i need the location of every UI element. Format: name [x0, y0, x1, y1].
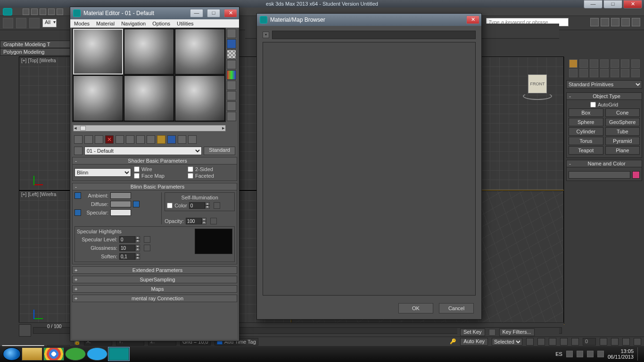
show-map-icon[interactable] [157, 135, 165, 144]
spinner-down-icon[interactable]: ▼ [135, 248, 140, 251]
current-frame-field[interactable]: 0 [583, 338, 596, 346]
tube-button[interactable]: Tube [605, 127, 640, 136]
mmb-cancel-button[interactable]: Cancel [439, 303, 474, 313]
time-config-icon[interactable] [600, 338, 607, 346]
make-copy-icon[interactable] [116, 135, 124, 144]
ambient-lock-icon[interactable] [74, 192, 81, 199]
viewport-layout-icon[interactable] [19, 324, 31, 337]
toolbar-selection-filter-dropdown[interactable]: All [42, 19, 57, 27]
sample-uv-icon[interactable] [227, 60, 236, 69]
spinner-down-icon[interactable]: ▼ [135, 239, 140, 243]
setkey-button[interactable]: Set Key [460, 329, 485, 336]
reset-material-icon[interactable] [105, 135, 114, 144]
next-frame-icon[interactable] [560, 338, 568, 346]
tray-volume-icon[interactable] [597, 351, 604, 357]
task-chrome-icon[interactable] [43, 347, 64, 361]
autogrid-checkbox[interactable] [590, 102, 596, 107]
task-skype-icon[interactable] [87, 347, 107, 361]
get-material-icon[interactable] [74, 135, 83, 144]
nav-tool-icon[interactable] [611, 338, 619, 346]
rollout-toggle-icon[interactable]: - [73, 158, 79, 164]
subscription-icon[interactable] [601, 18, 609, 26]
diffuse-lock-icon[interactable] [133, 201, 140, 207]
plane-button[interactable]: Plane [605, 146, 640, 155]
self-illum-color-checkbox[interactable] [167, 203, 173, 208]
ambient-swatch[interactable] [110, 192, 131, 199]
tray-network-icon[interactable] [587, 351, 594, 357]
me-close-button[interactable]: ✕ [224, 9, 237, 17]
os-maximize-button[interactable]: □ [603, 0, 622, 8]
spec-level-map-button[interactable] [144, 236, 150, 243]
backlight-icon[interactable] [227, 39, 236, 49]
show-desktop-button[interactable] [637, 347, 641, 361]
key-filters-button[interactable]: Key Filters... [499, 329, 535, 336]
material-type-button[interactable]: Standard [204, 147, 235, 155]
lights-icon[interactable] [590, 69, 598, 77]
tray-battery-icon[interactable] [577, 351, 583, 357]
spinner-down-icon[interactable]: ▼ [135, 256, 140, 260]
geosphere-button[interactable]: GeoSphere [605, 118, 640, 126]
task-utorrent-icon[interactable] [65, 347, 86, 361]
create-tab-icon[interactable] [569, 59, 578, 68]
material-slot-3[interactable] [175, 29, 225, 74]
category-dropdown[interactable]: Standard Primitives [566, 80, 642, 89]
diffuse-swatch[interactable] [110, 201, 131, 207]
maps-rollout[interactable]: +Maps [72, 285, 237, 293]
cylinder-button[interactable]: Cylinder [569, 127, 603, 136]
viewcube[interactable]: FRONT [519, 70, 556, 107]
os-minimize-button[interactable]: — [584, 0, 603, 8]
favorites-icon[interactable] [621, 18, 630, 26]
object-name-input[interactable] [569, 171, 630, 179]
shapes-icon[interactable] [579, 69, 588, 77]
opacity-spinner[interactable] [186, 218, 202, 224]
mmb-results-list[interactable] [263, 42, 476, 296]
toolbar-link-icon[interactable] [3, 18, 13, 28]
goto-end-icon[interactable] [571, 338, 579, 346]
assign-to-selection-icon[interactable] [95, 135, 103, 144]
options-icon[interactable] [227, 91, 236, 100]
me-menu-navigation[interactable]: Navigation [121, 21, 146, 26]
shader-dropdown[interactable]: Blinn [74, 168, 131, 177]
qat-open-icon[interactable] [31, 8, 38, 15]
specular-lock-icon[interactable] [74, 209, 81, 216]
video-color-icon[interactable] [227, 70, 236, 80]
material-slot-5[interactable] [124, 75, 174, 121]
sphere-button[interactable]: Sphere [569, 118, 603, 126]
mmb-close-button[interactable]: ✕ [466, 16, 479, 24]
mmb-titlebar[interactable]: Material/Map Browser ✕ [257, 14, 481, 26]
spec-level-spinner[interactable] [119, 236, 135, 243]
me-menu-modes[interactable]: Modes [74, 21, 90, 26]
material-editor-titlebar[interactable]: Material Editor - 01 - Default — □ ✕ [70, 7, 239, 19]
qat-save-icon[interactable] [40, 8, 46, 15]
pyramid-button[interactable]: Pyramid [605, 137, 640, 145]
mentalray-rollout[interactable]: +mental ray Connection [72, 295, 237, 302]
go-to-parent-icon[interactable] [178, 135, 186, 144]
goto-start-icon[interactable] [526, 338, 534, 346]
teapot-button[interactable]: Teapot [569, 146, 603, 155]
prev-frame-icon[interactable] [537, 338, 545, 346]
start-button[interactable] [3, 347, 21, 361]
geometry-icon[interactable] [569, 69, 578, 77]
pick-material-icon[interactable] [74, 147, 83, 155]
tray-chevron-icon[interactable] [566, 351, 573, 357]
spinner-up-icon[interactable]: ▲ [205, 202, 210, 206]
specular-swatch[interactable] [110, 209, 131, 216]
background-icon[interactable] [227, 49, 236, 59]
nav-tool2-icon[interactable] [622, 338, 630, 346]
self-illum-map-button[interactable] [214, 202, 220, 209]
sample-type-icon[interactable] [227, 29, 236, 38]
exchange-icon[interactable] [611, 18, 619, 26]
tab-graphite-modeling[interactable]: Graphite Modeling T [0, 41, 71, 48]
help-icon[interactable] [632, 18, 640, 26]
spacewarps-icon[interactable] [621, 69, 629, 77]
hierarchy-tab-icon[interactable] [590, 59, 598, 68]
gloss-map-button[interactable] [144, 245, 150, 251]
material-slot-1[interactable] [73, 29, 123, 74]
material-map-navigator-icon[interactable] [227, 112, 236, 121]
wire-checkbox[interactable] [134, 166, 140, 172]
cone-button[interactable]: Cone [605, 108, 640, 117]
toolbar-unlink-icon[interactable] [16, 18, 26, 28]
spinner-up-icon[interactable]: ▲ [135, 245, 140, 248]
make-preview-icon[interactable] [227, 81, 236, 90]
me-menu-material[interactable]: Material [96, 21, 115, 26]
